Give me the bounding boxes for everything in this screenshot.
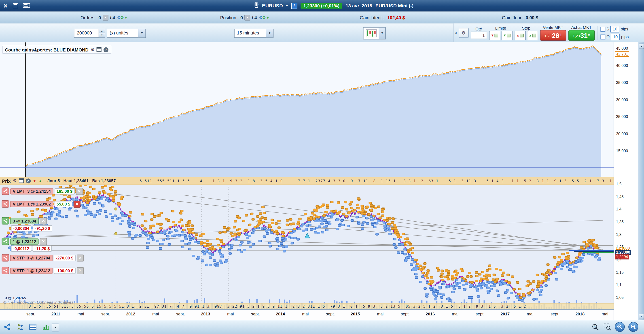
- price-chart[interactable]: [0, 177, 614, 309]
- vertical-scrollbar[interactable]: ▴ ▾: [638, 42, 644, 320]
- order-label[interactable]: V:STP 1 @ 1,22412: [10, 267, 53, 274]
- panel-collapse-arrow[interactable]: ◂: [454, 31, 456, 35]
- x-axis-label: 2012: [126, 312, 135, 316]
- qty-input[interactable]: 1: [470, 32, 487, 39]
- quantity-down-button[interactable]: ▾: [99, 33, 105, 37]
- stop-pips-input[interactable]: 10: [610, 26, 620, 32]
- symbol-dropdown-caret[interactable]: ▾: [286, 4, 288, 8]
- chart-style-button[interactable]: ▾: [363, 27, 386, 39]
- sell-arrow-icon[interactable]: ▼: [33, 179, 36, 183]
- x-axis-label: mai: [302, 312, 309, 316]
- order-cancel-button[interactable]: ✕: [77, 254, 84, 261]
- keyboard-icon[interactable]: [23, 2, 30, 10]
- timeframe-select[interactable]: 15 minutes ▾: [234, 29, 274, 38]
- symbol-selector[interactable]: EURUSD: [262, 3, 283, 9]
- timeframe-dropdown-button[interactable]: ▾: [266, 29, 273, 37]
- order-label[interactable]: V:LMT 1 @ 1,23962: [10, 201, 53, 207]
- bar-chart-view-icon[interactable]: [42, 323, 50, 331]
- sell-stop-order-row[interactable]: V:STP 3 @ 1,22704 -270,00 $ ✕: [2, 254, 84, 261]
- order-settings-button[interactable]: ⚙: [459, 28, 468, 38]
- x-axis-label: sept.: [550, 312, 560, 316]
- window-restore-button[interactable]: [13, 3, 18, 8]
- units-select[interactable]: (x) unités ▾: [107, 29, 146, 38]
- zoom-out-button[interactable]: [615, 322, 625, 332]
- position-link-icon[interactable]: [2, 238, 9, 245]
- quantity-value[interactable]: 200000: [74, 29, 98, 37]
- price-panel-header: Prix ⚙ ✕ ▼ ▲ Jour 5 - Haut 1,23461 - Bas…: [2, 178, 116, 183]
- orders-label: Ordres :: [80, 15, 97, 20]
- position-close-button[interactable]: ✕: [40, 217, 47, 224]
- sell-market-button[interactable]: 1,23281: [540, 30, 566, 41]
- units-dropdown-button[interactable]: ▾: [138, 29, 145, 37]
- table-view-icon[interactable]: [29, 323, 37, 331]
- position-count: 0: [240, 15, 243, 20]
- stop-limit-pips-group: S 10 pips O 10 pips: [598, 26, 629, 40]
- position-link-icon[interactable]: [2, 217, 9, 224]
- position-label[interactable]: 3 @ 1,23604: [10, 218, 39, 224]
- limit-order-group: Limite ▼ ▼: [489, 26, 512, 40]
- scroll-up-button[interactable]: ▴: [639, 44, 644, 49]
- equity-y-tick-label: 15 000: [616, 148, 628, 153]
- order-label[interactable]: V:LMT 3 @ 1,24154: [10, 188, 53, 194]
- order-cancel-button[interactable]: ✕: [74, 200, 80, 207]
- stop-buy-button[interactable]: ▲: [527, 31, 538, 40]
- sell-limit-order-row[interactable]: V:LMT 1 @ 1,23962 55,00 $ ✕: [2, 200, 80, 207]
- share-workspace-icon[interactable]: [3, 323, 12, 331]
- pips-label-1: pips: [621, 27, 628, 31]
- open-position-row[interactable]: 3 @ 1,23604 ✕: [2, 217, 47, 224]
- sell-stop-order-row[interactable]: V:STP 1 @ 1,22412 -100,00 $ ✕: [2, 267, 84, 274]
- x-axis-label: sept.: [101, 312, 110, 316]
- zoom-fit-icon[interactable]: A: [591, 323, 599, 331]
- equity-curve-panel[interactable]: Courbe gains&pertes: BLUE DIAMOND ⚙ ✕: [0, 42, 614, 178]
- position-label[interactable]: 1 @ 1,23412: [10, 238, 39, 244]
- vente-mkt-label: Vente MKT: [543, 25, 563, 30]
- window-close-button[interactable]: ✕: [3, 3, 8, 9]
- order-cancel-button[interactable]: ✕: [76, 188, 83, 195]
- position-status-group: Position : 0 ✕ / 4 ⚙⚙+: [220, 12, 268, 23]
- gain-jour-label: Gain Jour :: [502, 15, 524, 20]
- mobile-phone-icon[interactable]: [254, 2, 259, 10]
- position-settings-icon[interactable]: ⚙⚙: [258, 15, 265, 20]
- stop-pips-checkbox[interactable]: [600, 27, 605, 31]
- order-link-icon[interactable]: [2, 267, 9, 274]
- equity-window-icon[interactable]: [96, 47, 102, 52]
- limit-sell-button[interactable]: ▼: [489, 31, 500, 40]
- zoom-area-icon[interactable]: [603, 323, 611, 331]
- order-link-icon[interactable]: [2, 200, 9, 207]
- price-settings-icon[interactable]: ⚙: [13, 178, 17, 183]
- objective-pips-checkbox[interactable]: [600, 34, 605, 39]
- position-close-button[interactable]: ✕: [40, 238, 47, 245]
- live-price-badge: 1,23300 (+0,01%): [300, 3, 342, 9]
- equity-close-icon[interactable]: ✕: [104, 47, 109, 52]
- stop-sell-button[interactable]: ▲: [514, 31, 526, 40]
- order-link-icon[interactable]: [2, 188, 9, 195]
- quantity-up-button[interactable]: ▴: [99, 29, 105, 33]
- limit-buy-button[interactable]: ▼: [501, 31, 512, 40]
- order-link-icon[interactable]: [2, 254, 9, 261]
- buy-arrow-icon[interactable]: ▲: [38, 179, 42, 183]
- equity-y-tick-label: 35 000: [616, 80, 628, 85]
- equity-curve-chart[interactable]: [0, 42, 614, 177]
- orders-clear-button[interactable]: ✕: [103, 15, 108, 20]
- price-y-tick-label: 1,1: [616, 282, 622, 287]
- orders-settings-icon[interactable]: ⚙⚙: [117, 15, 123, 20]
- price-chart-panel[interactable]: 5 511 555 511 1 5 5 4 1 3 1 9 3 2 1 8 3 …: [0, 177, 614, 309]
- chart-style-dropdown-button[interactable]: ▾: [378, 28, 385, 39]
- zoom-in-button[interactable]: [628, 322, 638, 332]
- buy-market-button[interactable]: 1,23318: [568, 30, 594, 41]
- order-label[interactable]: V:STP 3 @ 1,22704: [10, 255, 53, 261]
- scroll-left-button[interactable]: ◂: [52, 324, 59, 331]
- open-position-row[interactable]: 1 @ 1,23412 ✕: [2, 238, 47, 245]
- position-clear-button[interactable]: ✕: [245, 15, 250, 20]
- price-close-icon[interactable]: ✕: [26, 178, 31, 183]
- instrument-info-icon[interactable]: i: [291, 3, 298, 9]
- traders-icon[interactable]: [16, 323, 24, 331]
- price-window-icon[interactable]: [19, 178, 24, 183]
- scroll-down-button[interactable]: ▾: [639, 314, 644, 319]
- quantity-stepper[interactable]: 200000 ▴▾: [74, 29, 105, 38]
- sell-limit-order-row[interactable]: V:LMT 3 @ 1,24154 165,00 $ ✕: [2, 188, 83, 195]
- equity-settings-icon[interactable]: ⚙: [90, 47, 94, 52]
- order-cancel-button[interactable]: ✕: [77, 267, 84, 274]
- objective-pips-input[interactable]: 10: [611, 34, 620, 40]
- price-y-tick-label: 1,45: [616, 194, 624, 199]
